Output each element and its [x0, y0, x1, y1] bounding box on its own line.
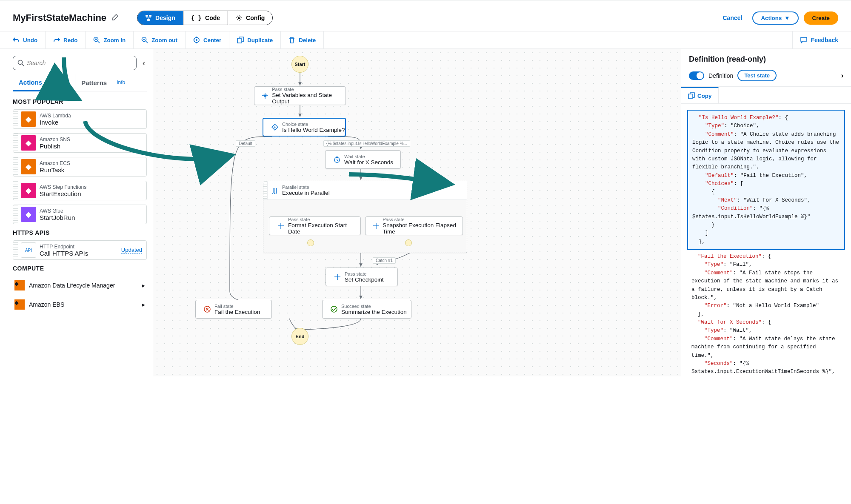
tab-code[interactable]: { } Code	[183, 11, 228, 25]
svg-point-3	[238, 17, 240, 19]
tab-config[interactable]: Config	[228, 11, 272, 25]
center-icon	[193, 37, 200, 43]
actions-dropdown[interactable]: Actions ▼	[752, 11, 798, 25]
code-block-1: "Is Hello World Example?": { "Type": "Ch…	[692, 114, 840, 246]
node-summarize[interactable]: Succeed stateSummarize the Execution	[322, 300, 411, 319]
most-popular-header: MOST POPULAR	[13, 98, 147, 105]
tab-design[interactable]: Design	[137, 11, 183, 25]
succeed-icon	[331, 306, 337, 313]
pass-icon	[277, 222, 284, 229]
service-icon: ◆	[14, 280, 25, 290]
node-fail[interactable]: Fail stateFail the Execution	[195, 300, 272, 319]
comment-icon	[800, 37, 807, 43]
zoom-in-icon	[93, 37, 100, 43]
chevron-right-icon: ▸	[142, 282, 145, 289]
action-item-startexecution[interactable]: ◆AWS Step FunctionsStartExecution	[13, 181, 147, 200]
service-icon: ◆	[14, 299, 25, 310]
fail-icon	[204, 306, 211, 313]
duplicate-button[interactable]: Duplicate	[229, 31, 281, 48]
redo-button[interactable]: Redo	[46, 31, 86, 48]
drag-grip[interactable]	[13, 134, 18, 152]
definition-toggle[interactable]	[689, 71, 704, 80]
test-state-button[interactable]: Test state	[737, 70, 777, 81]
cancel-button[interactable]: Cancel	[718, 12, 748, 24]
caret-down-icon: ▼	[784, 15, 790, 21]
edit-title-button[interactable]	[110, 12, 120, 24]
service-icon: ◆	[21, 111, 36, 127]
create-button[interactable]: Create	[804, 11, 839, 25]
svg-rect-2	[147, 19, 150, 21]
chevron-left-icon: ‹	[143, 59, 145, 67]
sidebar-tabs: Actions Flow Patterns Info	[13, 74, 147, 91]
drag-grip[interactable]	[13, 181, 18, 200]
service-icon: ◆	[21, 135, 36, 151]
sidebar-tab-actions[interactable]: Actions	[13, 74, 49, 91]
duplicate-icon	[237, 37, 244, 43]
gear-icon	[236, 14, 243, 21]
compute-item[interactable]: ◆Amazon Data Lifecycle Manager▸	[13, 276, 147, 295]
undo-button[interactable]: Undo	[0, 31, 46, 48]
pass-icon	[373, 222, 380, 229]
drag-grip[interactable]	[13, 205, 18, 224]
https-apis-header: HTTPS APIS	[13, 229, 147, 236]
api-icon: API	[21, 242, 36, 258]
choice-icon	[271, 124, 278, 131]
node-set-variables[interactable]: Pass stateSet Variables and State Output	[254, 86, 346, 105]
service-icon: ◆	[21, 183, 36, 198]
catch-label: Catch #1	[373, 257, 396, 264]
action-item-publish[interactable]: ◆Amazon SNSPublish	[13, 133, 147, 153]
redo-icon	[53, 37, 60, 43]
node-checkpoint[interactable]: Pass stateSet Checkpoint	[326, 268, 398, 286]
zoom-out-icon	[141, 37, 148, 43]
svg-point-7	[196, 39, 197, 41]
node-snapshot[interactable]: Pass stateSnapshot Execution Elapsed Tim…	[365, 216, 463, 235]
drag-grip[interactable]	[13, 241, 18, 259]
copy-tab[interactable]: Copy	[681, 87, 719, 103]
collapse-sidebar-button[interactable]: ‹	[141, 57, 147, 69]
inspector-title: Definition (read-only)	[689, 55, 843, 64]
sidebar-tab-patterns[interactable]: Patterns	[75, 74, 113, 91]
compute-header: COMPUTE	[13, 265, 147, 272]
code-braces-icon: { }	[191, 14, 202, 21]
workflow-canvas[interactable]: Start Pass stateSet Variables and State …	[153, 49, 681, 376]
start-terminal[interactable]: Start	[291, 56, 308, 73]
branch-end-1	[307, 239, 314, 246]
sidebar-info-link[interactable]: Info	[113, 74, 129, 91]
drag-grip[interactable]	[13, 110, 18, 128]
design-icon	[145, 14, 152, 21]
wait-icon	[334, 156, 340, 163]
action-item-http-endpoint[interactable]: API HTTP EndpointCall HTTPS APIs Updated	[13, 240, 147, 260]
action-item-startjobrun[interactable]: ◆AWS GlueStartJobRun	[13, 205, 147, 224]
delete-button[interactable]: Delete	[281, 31, 324, 48]
compute-item[interactable]: ◆Amazon EBS▸	[13, 295, 147, 314]
end-terminal[interactable]: End	[291, 328, 308, 345]
center-button[interactable]: Center	[186, 31, 229, 48]
zoom-out-button[interactable]: Zoom out	[134, 31, 186, 48]
service-icon: ◆	[21, 159, 36, 174]
parallel-icon	[271, 187, 278, 194]
default-branch-label: Default	[236, 140, 255, 147]
action-item-invoke[interactable]: ◆AWS LambdaInvoke	[13, 109, 147, 129]
node-format-date[interactable]: Pass stateFormat Execution Start Date	[269, 216, 361, 235]
header-bar: MyFirstStateMachine Design { } Code Conf…	[0, 8, 851, 31]
feedback-button[interactable]: Feedback	[792, 31, 851, 48]
code-block-2: "Fail the Execution": { "Type": "Fail", …	[691, 253, 841, 376]
branch-end-2	[405, 239, 412, 246]
rule-branch-label: {% $states.input.IsHelloWorldExample %..…	[323, 140, 410, 147]
zoom-in-button[interactable]: Zoom in	[86, 31, 134, 48]
node-choice[interactable]: Choice stateIs Hello World Example?	[263, 118, 346, 137]
sidebar-tab-flow[interactable]: Flow	[49, 74, 75, 91]
search-icon	[17, 60, 24, 66]
inspector-panel: Definition (read-only) Definition Test s…	[681, 49, 851, 376]
svg-rect-1	[149, 15, 151, 17]
chevron-right-icon: ▸	[142, 301, 145, 308]
service-icon: ◆	[21, 207, 36, 222]
undo-icon	[13, 37, 20, 43]
search-input[interactable]	[27, 60, 132, 66]
action-item-runtask[interactable]: ◆Amazon ECSRunTask	[13, 157, 147, 177]
svg-rect-13	[688, 94, 692, 99]
drag-grip[interactable]	[13, 157, 18, 176]
search-box[interactable]	[13, 56, 137, 70]
expand-inspector-button[interactable]: ›	[841, 72, 843, 80]
node-wait[interactable]: Wait stateWait for X Seconds	[325, 150, 401, 169]
